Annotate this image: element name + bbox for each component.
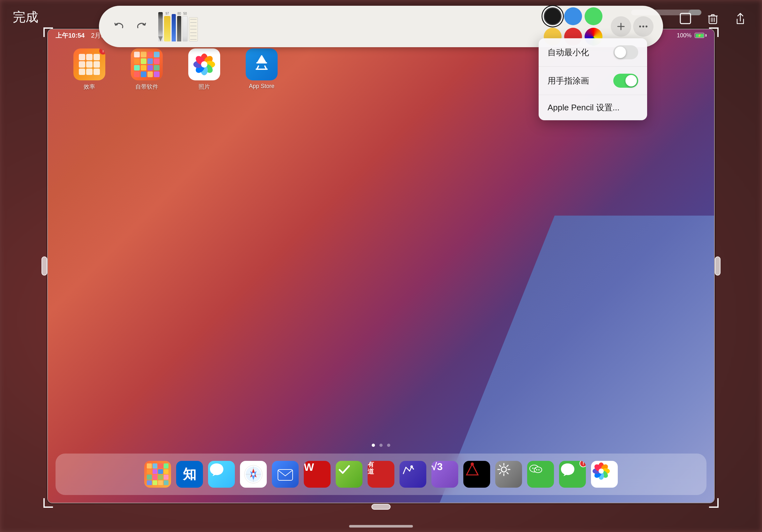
builtin-label: 自带软件 — [135, 83, 158, 91]
dock-mail[interactable] — [272, 461, 299, 488]
home-indicator[interactable] — [349, 525, 413, 528]
pencil-settings-label: Apple Pencil 设置... — [548, 102, 619, 113]
color-black[interactable] — [544, 7, 562, 25]
dock-sms[interactable]: ! — [559, 461, 586, 488]
app-appstore[interactable]: App Store — [246, 48, 277, 91]
add-color-button[interactable] — [611, 16, 631, 37]
dock: 知 — [55, 453, 707, 495]
app-builtin[interactable]: 自带软件 — [131, 48, 163, 91]
finger-draw-label: 用手指涂画 — [548, 75, 589, 87]
app-photos[interactable]: 照片 — [188, 48, 220, 91]
corner-handle-tr[interactable] — [709, 28, 719, 37]
pen-blue-tool[interactable] — [172, 14, 176, 41]
ruler-tool[interactable] — [189, 17, 198, 41]
svg-point-50 — [599, 469, 604, 474]
dock-math[interactable]: √3 — [431, 461, 458, 488]
trash-button[interactable] — [704, 10, 722, 28]
dock-youdao[interactable]: 有道 — [368, 461, 394, 488]
svg-point-3 — [642, 26, 644, 28]
app-efficiency[interactable]: ! 效率 — [73, 48, 105, 91]
square-button[interactable] — [676, 10, 694, 28]
dock-safari[interactable] — [240, 461, 267, 488]
eraser-tool[interactable]: 50 — [183, 12, 188, 41]
dock-launchpad[interactable] — [144, 461, 171, 488]
color-blue[interactable] — [564, 7, 582, 25]
menu-item-auto-minimize[interactable]: 自动最小化 — [539, 38, 647, 67]
sms-badge: ! — [579, 461, 586, 467]
efficiency-label: 效率 — [84, 83, 95, 91]
share-button[interactable] — [731, 10, 749, 28]
corner-handle-bl[interactable] — [43, 498, 53, 508]
svg-point-34 — [471, 462, 474, 466]
finger-draw-toggle[interactable] — [613, 74, 638, 88]
svg-point-33 — [410, 465, 413, 468]
auto-minimize-label: 自动最小化 — [548, 47, 589, 58]
svg-point-35 — [501, 467, 506, 472]
svg-point-39 — [535, 468, 536, 469]
appstore-label: App Store — [249, 83, 274, 90]
resize-handle-right[interactable] — [715, 256, 721, 276]
app-grid: ! 效率 — [73, 48, 277, 91]
svg-point-4 — [646, 26, 648, 28]
undo-button[interactable] — [109, 16, 129, 37]
auto-minimize-knob — [615, 46, 626, 58]
menu-item-pencil-settings[interactable]: Apple Pencil 设置... — [539, 95, 647, 120]
svg-point-22 — [201, 61, 207, 68]
resize-handle-left[interactable] — [41, 256, 47, 276]
tools-group: 97 80 50 — [158, 12, 538, 41]
dock-vectornator[interactable] — [463, 461, 490, 488]
ipad-time: 上午10:54 — [55, 31, 85, 40]
auto-minimize-toggle[interactable] — [613, 45, 638, 59]
ipad-battery-percent: 100% — [677, 32, 692, 39]
svg-point-2 — [639, 26, 641, 28]
svg-rect-32 — [278, 470, 293, 480]
photos-label: 照片 — [198, 83, 210, 91]
dock-settings[interactable] — [495, 461, 522, 488]
dock-zhihu[interactable]: 知 — [176, 461, 203, 488]
pencil-tool[interactable] — [158, 12, 163, 41]
dock-message-blue[interactable] — [208, 461, 235, 488]
finger-draw-knob — [625, 75, 637, 87]
dock-photos[interactable] — [591, 461, 618, 488]
svg-rect-5 — [680, 13, 691, 24]
ipad-battery-icon: ⚡ — [695, 33, 707, 38]
page-dot-2[interactable] — [379, 444, 383, 447]
page-dots — [372, 444, 390, 447]
menu-item-finger-draw[interactable]: 用手指涂画 — [539, 67, 647, 95]
more-options-button[interactable] — [633, 16, 653, 37]
page-dot-3[interactable] — [387, 444, 390, 447]
corner-handle-br[interactable] — [709, 498, 719, 508]
dock-wechat[interactable] — [527, 461, 554, 488]
svg-point-31 — [252, 473, 255, 476]
marker-tool[interactable]: 97 — [164, 12, 170, 41]
done-button[interactable]: 完成 — [13, 8, 38, 26]
dropdown-menu: 自动最小化 用手指涂画 Apple Pencil 设置... — [539, 38, 647, 120]
ipad-status-right: 100% ⚡ — [677, 32, 707, 39]
page-dot-1[interactable] — [372, 444, 375, 447]
dock-wps[interactable]: W — [304, 461, 331, 488]
dock-goodnotes[interactable] — [400, 461, 426, 488]
corner-handle-tl[interactable] — [43, 28, 53, 37]
undo-redo-group — [109, 16, 152, 37]
resize-handle-bottom[interactable] — [371, 504, 391, 510]
pen-dark-tool[interactable]: 80 — [177, 12, 181, 41]
dock-todo[interactable] — [336, 461, 362, 488]
svg-point-41 — [538, 469, 540, 470]
toolbar-extra-buttons — [611, 16, 653, 37]
color-green[interactable] — [584, 7, 602, 25]
top-right-actions — [676, 10, 749, 28]
redo-button[interactable] — [131, 16, 152, 37]
svg-point-38 — [532, 468, 534, 469]
svg-point-40 — [536, 469, 537, 470]
